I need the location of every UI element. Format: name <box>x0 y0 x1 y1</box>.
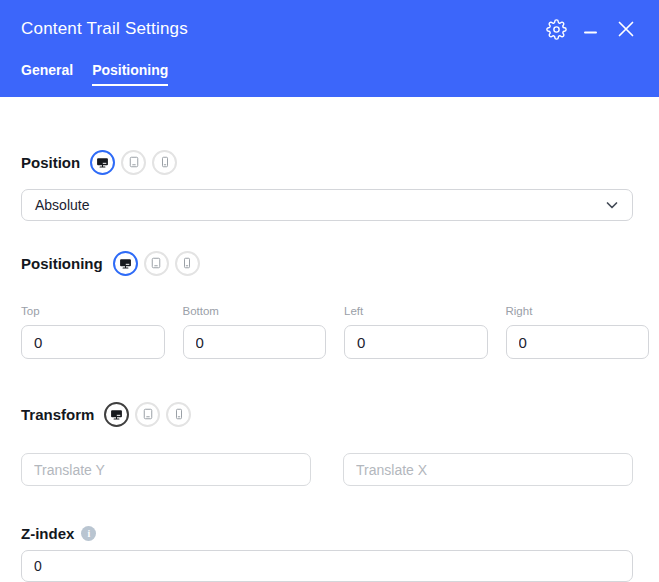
desktop-icon <box>110 408 123 421</box>
positioning-device-toggle <box>113 251 200 276</box>
transform-fields <box>21 453 633 486</box>
translate-y-input[interactable] <box>21 453 311 486</box>
device-mobile-button[interactable] <box>175 251 200 276</box>
top-field-label: Top <box>21 305 165 317</box>
tab-bar: General Positioning <box>21 62 638 86</box>
bottom-field-label: Bottom <box>183 305 327 317</box>
device-desktop-button[interactable] <box>113 251 138 276</box>
mobile-icon <box>181 257 193 269</box>
position-label: Position <box>21 154 80 171</box>
device-desktop-button[interactable] <box>90 150 115 175</box>
chevron-down-icon <box>605 198 619 212</box>
close-icon <box>617 20 635 38</box>
left-field-label: Left <box>344 305 488 317</box>
tab-positioning[interactable]: Positioning <box>92 62 168 86</box>
positioning-label: Positioning <box>21 255 103 272</box>
zindex-section-header: Z-index i <box>21 524 638 542</box>
transform-device-toggle <box>104 402 191 427</box>
position-device-toggle <box>90 150 177 175</box>
gear-icon <box>546 19 567 40</box>
desktop-icon <box>119 257 132 270</box>
device-desktop-button[interactable] <box>104 402 129 427</box>
field-bottom: Bottom <box>183 305 327 359</box>
zindex-label: Z-index <box>21 525 74 542</box>
right-input[interactable] <box>506 325 650 359</box>
tablet-icon <box>142 408 154 420</box>
positioning-section-header: Positioning <box>21 250 638 276</box>
transform-label: Transform <box>21 406 94 423</box>
translate-x-input[interactable] <box>343 453 633 486</box>
field-top: Top <box>21 305 165 359</box>
settings-body: Position <box>0 97 659 582</box>
bottom-input[interactable] <box>183 325 327 359</box>
info-icon[interactable]: i <box>81 526 96 541</box>
tablet-icon <box>128 156 140 168</box>
position-select-value: Absolute <box>35 197 89 213</box>
desktop-icon <box>96 156 109 169</box>
field-right: Right <box>506 305 650 359</box>
header: Content Trail Settings <box>0 0 659 97</box>
field-left: Left <box>344 305 488 359</box>
mobile-icon <box>159 156 171 168</box>
page-title: Content Trail Settings <box>21 19 188 39</box>
settings-button[interactable] <box>544 17 568 41</box>
device-mobile-button[interactable] <box>152 150 177 175</box>
transform-section-header: Transform <box>21 401 638 427</box>
tab-general[interactable]: General <box>21 62 73 86</box>
position-select[interactable]: Absolute <box>21 189 633 221</box>
positioning-fields: Top Bottom Left Right <box>21 305 649 359</box>
tablet-icon <box>150 257 162 269</box>
device-tablet-button[interactable] <box>144 251 169 276</box>
content-trail-settings-window: Content Trail Settings <box>0 0 659 582</box>
top-input[interactable] <box>21 325 165 359</box>
zindex-input[interactable] <box>21 550 633 582</box>
device-tablet-button[interactable] <box>121 150 146 175</box>
minimize-button[interactable] <box>579 17 603 41</box>
device-tablet-button[interactable] <box>135 402 160 427</box>
left-input[interactable] <box>344 325 488 359</box>
position-section-header: Position <box>21 149 638 175</box>
mobile-icon <box>173 408 185 420</box>
close-button[interactable] <box>614 17 638 41</box>
device-mobile-button[interactable] <box>166 402 191 427</box>
right-field-label: Right <box>506 305 650 317</box>
minimize-icon <box>583 21 599 37</box>
